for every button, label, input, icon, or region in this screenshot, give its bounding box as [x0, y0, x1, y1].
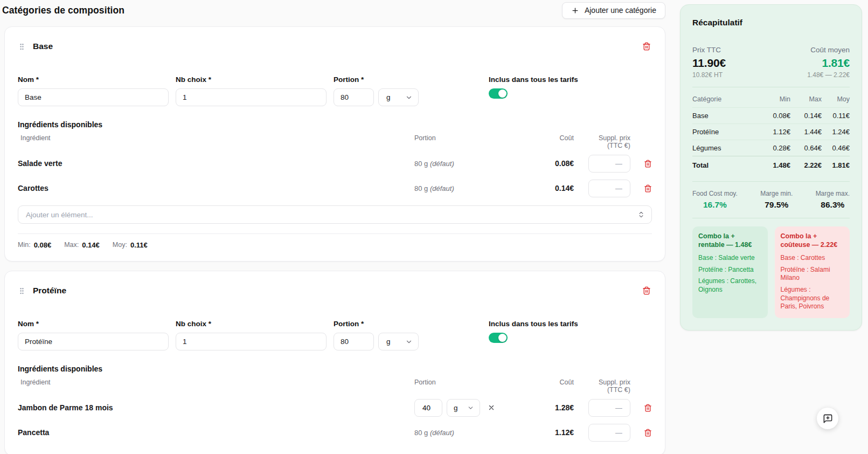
ingredient-name: Jambon de Parme 18 mois	[18, 403, 414, 412]
drag-handle-icon[interactable]	[18, 42, 26, 51]
x-icon	[488, 404, 495, 411]
category-form: Nom * Nb choix * Portion * g	[18, 75, 652, 106]
kpi-marge-max: Marge max. 86.3%	[816, 190, 850, 210]
summary-table-row: Légumes 0.28€ 0.64€ 0.46€	[692, 140, 850, 156]
add-category-label: Ajouter une catégorie	[585, 6, 656, 15]
delete-ingredient-button[interactable]	[643, 403, 653, 413]
name-label: Nom *	[18, 75, 169, 84]
name-label: Nom *	[18, 320, 169, 328]
summary-panel: Récapitulatif Prix TTC Coût moyen 11.90€…	[680, 4, 862, 331]
chevron-down-icon	[405, 338, 413, 346]
col-suppl-price: Suppl. prix (TTC €)	[574, 379, 630, 394]
feedback-button[interactable]	[817, 408, 838, 429]
included-tariffs-toggle[interactable]	[489, 88, 508, 99]
suppl-price-input[interactable]	[588, 424, 630, 442]
max-value: 0.14€	[82, 241, 100, 249]
category-card-base: Base Nom * Nb choix * Portion *	[4, 26, 665, 262]
trash-icon	[644, 160, 652, 168]
ingredient-row: Salade verte 80 g (défaut) 0.08€	[18, 153, 652, 174]
ingredient-cost: 1.28€	[547, 403, 574, 412]
ingredient-name: Carottes	[18, 184, 414, 192]
drag-handle-icon[interactable]	[18, 286, 26, 295]
price-ht-value: 10.82€ HT	[692, 71, 723, 79]
delete-ingredient-button[interactable]	[643, 159, 653, 169]
suppl-price-input[interactable]	[588, 155, 630, 173]
ingredient-portion-editor: g	[414, 399, 547, 417]
min-value: 0.08€	[34, 241, 52, 249]
divider	[692, 87, 850, 87]
min-label: Min:	[18, 241, 31, 249]
col-portion: Portion	[414, 379, 547, 386]
ingredient-name: Salade verte	[18, 159, 414, 168]
suppl-price-input[interactable]	[588, 180, 630, 197]
combo-worst-title: Combo la + coûteuse — 2.22€	[781, 232, 844, 249]
unit-select[interactable]: g	[378, 88, 419, 106]
col-ingredient: Ingrédient	[18, 134, 414, 142]
col-cost: Coût	[547, 134, 574, 142]
price-ttc-label: Prix TTC	[692, 46, 721, 54]
combo-item: Légumes : Champignons de Paris, Poivrons	[781, 286, 844, 311]
combo-item: Base : Carottes	[781, 254, 844, 263]
divider	[18, 233, 652, 234]
kpi-food-cost: Food Cost moy. 16.7%	[692, 190, 738, 210]
add-element-combobox[interactable]: Ajouter un élément...	[18, 205, 652, 224]
avg-cost-label: Coût moyen	[810, 46, 850, 54]
col-suppl-price: Suppl. prix (TTC €)	[574, 134, 630, 149]
price-ttc-value: 11.90€	[692, 57, 726, 70]
included-tariffs-toggle[interactable]	[489, 333, 508, 343]
ingredients-table-header: Ingrédient Portion Coût Suppl. prix (TTC…	[18, 379, 652, 394]
toggle-knob	[498, 334, 506, 342]
page-title: Catégories de composition	[2, 5, 124, 16]
nb-choices-input[interactable]	[176, 333, 327, 350]
category-card-proteine: Protéïne Nom * Nb choix * Portion *	[4, 271, 665, 454]
unit-value: g	[386, 338, 391, 346]
card-header: Base	[18, 41, 652, 52]
avg-cost-value: 1.81€	[822, 57, 850, 70]
portion-unit-select[interactable]: g	[447, 399, 480, 417]
name-input[interactable]	[18, 333, 169, 350]
ingredient-portion: 80 g (défaut)	[414, 184, 547, 192]
nb-choices-label: Nb choix *	[176, 75, 327, 84]
category-title: Protéïne	[33, 286, 66, 295]
portion-qty-input[interactable]	[414, 399, 442, 417]
chevron-down-icon	[467, 404, 474, 411]
divider	[692, 218, 850, 218]
col-ingredient: Ingrédient	[18, 379, 414, 386]
combo-item: Protéïne : Salami Milano	[781, 266, 844, 283]
trash-icon	[642, 286, 651, 295]
chevrons-up-down-icon	[637, 211, 645, 218]
delete-category-button[interactable]	[641, 41, 652, 52]
portion-input[interactable]	[334, 333, 374, 350]
combo-worst-card: Combo la + coûteuse — 2.22€ Base : Carot…	[775, 226, 850, 318]
card-header: Protéïne	[18, 285, 652, 296]
name-input[interactable]	[18, 88, 169, 106]
category-title: Base	[33, 42, 53, 51]
portion-label: Portion *	[334, 320, 419, 328]
main-column: Catégories de composition Ajouter une ca…	[4, 0, 665, 454]
category-stats: Min:0.08€ Max:0.14€ Moy:0.11€	[18, 241, 652, 249]
suppl-price-input[interactable]	[588, 399, 630, 417]
delete-ingredient-button[interactable]	[643, 428, 653, 438]
combo-item: Protéïne : Pancetta	[698, 266, 762, 274]
summary-table-total-row: Total 1.48€ 2.22€ 1.81€	[692, 156, 850, 173]
reset-portion-button[interactable]	[487, 403, 496, 412]
category-form: Nom * Nb choix * Portion * g	[18, 320, 652, 350]
ingredients-section-title: Ingrédients disponibles	[18, 364, 652, 373]
unit-select[interactable]: g	[378, 333, 419, 350]
message-plus-icon	[823, 414, 833, 424]
summary-table-row: Protéïne 1.12€ 1.44€ 1.24€	[692, 124, 850, 140]
delete-category-button[interactable]	[641, 285, 652, 296]
portion-input[interactable]	[334, 88, 374, 106]
add-category-button[interactable]: Ajouter une catégorie	[562, 2, 665, 19]
delete-ingredient-button[interactable]	[643, 183, 653, 194]
divider	[692, 181, 850, 182]
ingredient-row: Carottes 80 g (défaut) 0.14€	[18, 177, 652, 199]
combo-item: Légumes : Carottes, Oignons	[698, 277, 762, 294]
portion-label: Portion *	[334, 75, 419, 84]
ingredient-cost: 0.14€	[547, 184, 574, 192]
summary-table: Catégorie Min Max Moy Base 0.08€ 0.14€ 0…	[692, 95, 850, 173]
trash-icon	[644, 429, 652, 437]
kpi-marge-min: Marge min. 79.5%	[760, 190, 793, 210]
ingredient-row: Jambon de Parme 18 mois g	[18, 397, 652, 418]
nb-choices-input[interactable]	[176, 88, 327, 106]
